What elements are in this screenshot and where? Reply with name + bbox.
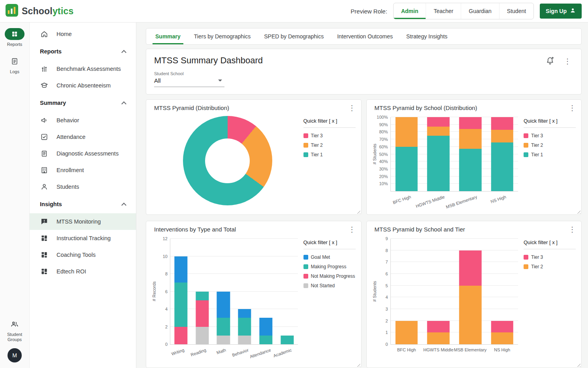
bar-segment-tier-3[interactable] bbox=[427, 321, 449, 333]
bar-segment-making-progress[interactable] bbox=[238, 318, 251, 336]
role-tab-student[interactable]: Student bbox=[499, 3, 533, 19]
bar-segment-making-progress[interactable] bbox=[281, 336, 294, 344]
bar-ns-high[interactable] bbox=[491, 239, 513, 344]
sidebar-item-students[interactable]: Students bbox=[30, 178, 136, 195]
quick-filter-title[interactable]: Quick filter [ x ] bbox=[303, 239, 356, 249]
role-tab-teacher[interactable]: Teacher bbox=[426, 3, 461, 19]
sidebar-item-coaching-tools[interactable]: Coaching Tools bbox=[30, 247, 136, 263]
bar-segment-making-progress[interactable] bbox=[259, 336, 272, 344]
sidebar-item-home[interactable]: Home bbox=[30, 26, 136, 42]
bar-segment-tier-2[interactable] bbox=[459, 129, 481, 149]
legend-item-tier-2[interactable]: Tier 2 bbox=[524, 142, 576, 148]
more-options-icon[interactable]: ⋮ bbox=[569, 226, 576, 233]
brand-logo[interactable]: Schoolytics bbox=[6, 4, 74, 18]
tab-tiers-by-demographics[interactable]: Tiers by Demographics bbox=[187, 28, 257, 44]
sidebar-item-attendance[interactable]: Attendance bbox=[30, 129, 136, 145]
bar-segment-making-progress[interactable] bbox=[174, 283, 187, 326]
sidebar-item-behavior[interactable]: Behavior bbox=[30, 112, 136, 129]
resize-handle[interactable] bbox=[576, 362, 580, 367]
sidebar-item-diagnostic-assessments[interactable]: Diagnostic Assessments bbox=[30, 145, 136, 162]
bar-math[interactable] bbox=[217, 239, 230, 344]
bar-segment-tier-3[interactable] bbox=[491, 321, 513, 333]
sidebar-item-mtss-monitoring[interactable]: MTSS Monitoring bbox=[30, 213, 136, 230]
bar-segment-tier-2[interactable] bbox=[459, 286, 481, 344]
bar-behavior[interactable] bbox=[238, 239, 251, 344]
sidebar-item-edtech-roi[interactable]: Edtech ROI bbox=[30, 263, 136, 280]
bar-academic[interactable] bbox=[281, 239, 294, 344]
bar-attendance[interactable] bbox=[259, 239, 272, 344]
bar-segment-tier-3[interactable] bbox=[427, 117, 449, 127]
bar-msb-elementary[interactable] bbox=[459, 117, 481, 191]
bar-segment-tier-2[interactable] bbox=[491, 332, 513, 344]
rail-item-reports[interactable]: Reports bbox=[5, 28, 24, 47]
bar-ns-high[interactable] bbox=[491, 117, 513, 191]
quick-filter-title[interactable]: Quick filter [ x ] bbox=[524, 118, 576, 128]
more-options-icon[interactable]: ⋮ bbox=[564, 58, 571, 65]
bar-segment-not-started[interactable] bbox=[238, 336, 251, 344]
bar-segment-goal-met[interactable] bbox=[259, 318, 272, 336]
legend-item-tier-3[interactable]: Tier 3 bbox=[524, 133, 576, 138]
bar-msb-elementary[interactable] bbox=[459, 239, 481, 344]
donut-chart[interactable] bbox=[183, 116, 272, 205]
legend-item-not-started[interactable]: Not Started bbox=[303, 283, 356, 288]
bar-bfc-high[interactable] bbox=[396, 117, 418, 191]
sidebar-section-reports[interactable]: Reports bbox=[30, 42, 136, 61]
bar-segment-not-making-progress[interactable] bbox=[174, 327, 187, 345]
rail-item-student-groups[interactable]: Student Groups bbox=[3, 318, 26, 343]
more-options-icon[interactable]: ⋮ bbox=[349, 104, 356, 112]
legend-item-tier-1[interactable]: Tier 1 bbox=[303, 152, 356, 157]
bar-segment-making-progress[interactable] bbox=[217, 318, 230, 336]
avatar[interactable]: M bbox=[8, 348, 22, 362]
bar-segment-tier-2[interactable] bbox=[427, 332, 449, 344]
role-tab-admin[interactable]: Admin bbox=[394, 3, 426, 19]
more-options-icon[interactable]: ⋮ bbox=[349, 226, 356, 233]
bar-segment-tier-2[interactable] bbox=[396, 321, 418, 344]
sidebar-item-instructional-tracking[interactable]: Instructional Tracking bbox=[30, 230, 136, 247]
tab-strategy-insights[interactable]: Strategy Insights bbox=[400, 28, 454, 44]
quick-filter-title[interactable]: Quick filter [ x ] bbox=[524, 239, 576, 249]
sidebar-item-chronic-absenteeism[interactable]: Chronic Absenteeism bbox=[30, 77, 136, 94]
bar-segment-making-progress[interactable] bbox=[196, 292, 209, 300]
bar-reading[interactable] bbox=[196, 239, 209, 344]
bar-bfc-high[interactable] bbox=[396, 239, 418, 344]
legend-item-tier-2[interactable]: Tier 2 bbox=[524, 264, 576, 269]
rail-item-logs[interactable]: Logs bbox=[5, 55, 24, 75]
bar-segment-tier-2[interactable] bbox=[491, 130, 513, 142]
resize-handle[interactable] bbox=[356, 362, 360, 367]
bar-writing[interactable] bbox=[174, 239, 187, 344]
resize-handle[interactable] bbox=[576, 209, 580, 214]
more-options-icon[interactable]: ⋮ bbox=[569, 104, 576, 112]
bar-segment-not-started[interactable] bbox=[217, 336, 230, 344]
legend-item-tier-2[interactable]: Tier 2 bbox=[303, 142, 356, 148]
role-tab-guardian[interactable]: Guardian bbox=[461, 3, 499, 19]
bar-segment-tier-1[interactable] bbox=[396, 147, 418, 191]
bar-segment-not-making-progress[interactable] bbox=[196, 300, 209, 327]
bar-hgwts-middle[interactable] bbox=[427, 117, 449, 191]
legend-item-tier-3[interactable]: Tier 3 bbox=[303, 133, 356, 138]
legend-item-not-making-progress[interactable]: Not Making Progress bbox=[303, 273, 356, 279]
quick-filter-title[interactable]: Quick filter [ x ] bbox=[303, 118, 356, 128]
bar-segment-tier-3[interactable] bbox=[459, 250, 481, 286]
legend-item-tier-1[interactable]: Tier 1 bbox=[524, 152, 576, 157]
bar-segment-goal-met[interactable] bbox=[217, 292, 230, 318]
bar-segment-goal-met[interactable] bbox=[174, 256, 187, 283]
resize-handle[interactable] bbox=[356, 209, 360, 214]
sign-up-button[interactable]: Sign Up bbox=[540, 4, 582, 19]
tab-intervention-outcomes[interactable]: Intervention Outcomes bbox=[330, 28, 400, 44]
bar-segment-tier-3[interactable] bbox=[459, 117, 481, 129]
bar-segment-goal-met[interactable] bbox=[238, 309, 251, 318]
legend-item-making-progress[interactable]: Making Progress bbox=[303, 264, 356, 269]
sidebar-section-insights[interactable]: Insights bbox=[30, 195, 136, 213]
sidebar-item-enrollment[interactable]: Enrollment bbox=[30, 162, 136, 178]
legend-item-goal-met[interactable]: Goal Met bbox=[303, 254, 356, 260]
tab-summary[interactable]: Summary bbox=[149, 28, 187, 44]
bar-segment-tier-2[interactable] bbox=[396, 117, 418, 147]
bar-segment-tier-1[interactable] bbox=[427, 136, 449, 191]
bar-segment-tier-3[interactable] bbox=[491, 117, 513, 130]
legend-item-tier-3[interactable]: Tier 3 bbox=[524, 254, 576, 260]
notification-add-icon[interactable] bbox=[546, 56, 554, 66]
student-school-select[interactable]: All bbox=[154, 76, 224, 87]
bar-hgwts-middle[interactable] bbox=[427, 239, 449, 344]
sidebar-item-benchmark-assessments[interactable]: Benchmark Assessments bbox=[30, 61, 136, 77]
bar-segment-tier-1[interactable] bbox=[459, 149, 481, 191]
